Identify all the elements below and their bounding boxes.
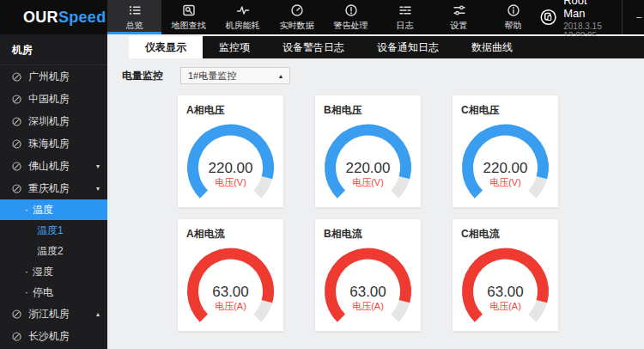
server-room-icon	[11, 183, 22, 194]
gauge-card-B相电流: B相电流 63.00 电压(A)	[315, 219, 421, 331]
gauge: 63.00 电压(A)	[453, 243, 558, 333]
gauge-track	[532, 302, 542, 319]
server-room-icon	[11, 331, 22, 342]
tab-设备警告日志[interactable]: 设备警告日志	[266, 36, 361, 58]
gauge-title: B相电压	[324, 103, 421, 118]
gauge-value: 220.00	[483, 160, 528, 176]
sidebar-item-珠海机房[interactable]: 珠海机房	[0, 132, 107, 155]
realtime-gauge-icon	[290, 3, 304, 17]
topbar: OURSpeed 总览 地图查找 机房能耗 实时数据 警告处理 日志	[0, 0, 644, 34]
gauge: 220.00 电压(V)	[178, 119, 283, 209]
sidebar-item-湿度[interactable]: · 湿度	[0, 261, 107, 282]
sidebar-item-深圳机房[interactable]: 深圳机房	[0, 110, 107, 132]
user-box: Root Man 2018.3.15 12:08:05	[540, 0, 611, 34]
energy-pulse-icon	[236, 3, 250, 17]
bullet-dot: ·	[25, 286, 28, 298]
server-room-icon	[11, 309, 22, 320]
top-nav-item-实时数据[interactable]: 实时数据	[270, 0, 324, 34]
sidebar-item-温度[interactable]: · 温度	[0, 199, 107, 220]
gauge-unit-label: 电压(A)	[352, 301, 384, 311]
monitor-section-label: 电量监控	[122, 69, 163, 83]
gauge: 220.00 电压(V)	[453, 119, 558, 209]
tab-监控项[interactable]: 监控项	[203, 36, 266, 58]
avatar[interactable]	[540, 4, 556, 30]
tab-bar: 仪表显示监控项设备警告日志设备通知日志数据曲线	[129, 36, 644, 58]
gauge-unit-label: 电压(V)	[215, 177, 246, 187]
gauge: 63.00 电压(A)	[315, 243, 421, 333]
overview-list-icon	[128, 3, 142, 17]
gauge-card-C相电流: C相电流 63.00 电压(A)	[453, 219, 558, 331]
sidebar-item-长沙机房[interactable]: 长沙机房	[0, 325, 107, 347]
sidebar-item-佛山机房[interactable]: 佛山机房 ▾	[0, 155, 107, 177]
server-room-icon	[11, 94, 22, 105]
gauge: 220.00 电压(V)	[315, 119, 421, 209]
gauge-card-C相电压: C相电压 220.00 电压(V)	[453, 95, 558, 207]
gauge-title: C相电流	[461, 227, 558, 242]
gauge-unit-label: 电压(V)	[489, 177, 521, 187]
gauge-title: C相电压	[461, 103, 558, 118]
sidebar-list: 广州机房 中国机房 深圳机房 珠海机房	[0, 65, 107, 349]
monitor-selector-dropdown[interactable]: 1#电量监控 ▴	[180, 67, 290, 84]
gauge-title: A相电流	[186, 227, 283, 242]
sidebar-item-广州机房[interactable]: 广州机房	[0, 65, 107, 88]
top-nav-item-机房能耗[interactable]: 机房能耗	[216, 0, 270, 34]
server-room-icon	[11, 71, 22, 83]
gauge-card-A相电压: A相电压 220.00 电压(V)	[178, 95, 283, 207]
server-room-icon	[11, 116, 22, 127]
top-nav-item-设置[interactable]: 设置	[432, 0, 486, 34]
sidebar-item-重庆机房[interactable]: 重庆机房 ▾	[0, 177, 107, 199]
gauge-value: 220.00	[346, 160, 391, 176]
settings-sliders-icon	[453, 3, 466, 17]
top-nav-item-总览[interactable]: 总览	[107, 0, 161, 34]
gauge: 63.00 电压(A)	[178, 243, 283, 333]
sidebar-item-温度1[interactable]: 温度1	[0, 220, 107, 241]
gauge-title: B相电流	[324, 227, 421, 242]
tab-数据曲线[interactable]: 数据曲线	[455, 36, 529, 58]
filter-row: 电量监控 1#电量监控 ▴	[122, 67, 644, 84]
minimize-button[interactable]: −	[636, 11, 643, 24]
chevron-up-icon: ▴	[96, 310, 100, 318]
top-nav-item-警告处理[interactable]: 警告处理	[324, 0, 378, 34]
gauge-value: 63.00	[212, 284, 249, 300]
bullet-dot: ·	[25, 266, 28, 278]
main-content: 仪表显示监控项设备警告日志设备通知日志数据曲线 电量监控 1#电量监控 ▴ A相…	[107, 34, 644, 349]
tab-设备通知日志[interactable]: 设备通知日志	[361, 36, 455, 58]
gauge-value: 220.00	[209, 160, 253, 176]
sidebar-item-温度2[interactable]: 温度2	[0, 241, 107, 261]
sidebar-item-浙江机房[interactable]: 浙江机房 ▴	[0, 303, 107, 325]
gauge-card-A相电流: A相电流 63.00 电压(A)	[178, 219, 283, 331]
gauge-track	[395, 178, 404, 195]
gauge-track	[532, 178, 542, 195]
sidebar-item-停电[interactable]: · 停电	[0, 282, 107, 303]
top-nav-item-地图查找[interactable]: 地图查找	[161, 0, 216, 34]
gauge-track	[395, 302, 404, 319]
chevron-up-icon: ▴	[279, 72, 283, 80]
gauge-unit-label: 电压(V)	[352, 177, 384, 187]
help-icon	[507, 3, 520, 17]
log-icon	[398, 3, 412, 17]
top-nav-item-帮助[interactable]: 帮助	[486, 0, 540, 34]
gauge-unit-label: 电压(A)	[215, 301, 246, 311]
sidebar-item-中国机房[interactable]: 中国机房	[0, 88, 107, 110]
top-nav-item-日志[interactable]: 日志	[378, 0, 432, 34]
chevron-down-icon: ▾	[96, 185, 100, 193]
user-name: Root Man	[563, 0, 611, 20]
bullet-dot: ·	[25, 204, 28, 216]
map-search-icon	[182, 3, 196, 17]
gauge-title: A相电压	[186, 103, 283, 118]
server-room-icon	[11, 138, 22, 150]
brand-part-our: OUR	[23, 9, 58, 27]
server-room-icon	[11, 161, 22, 172]
tab-仪表显示[interactable]: 仪表显示	[129, 36, 203, 58]
gauge-value: 63.00	[487, 284, 524, 300]
alert-icon	[344, 3, 358, 17]
brand-part-speed: Speed	[58, 9, 106, 27]
sidebar-header: 机房	[0, 34, 107, 65]
monitor-selector-value: 1#电量监控	[188, 70, 236, 83]
gauge-card-B相电压: B相电压 220.00 电压(V)	[315, 95, 421, 207]
chevron-down-icon: ▾	[96, 162, 100, 170]
gauge-track	[258, 178, 267, 195]
sidebar: 机房 广州机房 中国机房 深圳机房	[0, 34, 107, 349]
gauge-track	[258, 302, 267, 319]
gauge-grid: A相电压 220.00 电压(V) B相电压 220.00 电压(V) C相电压	[178, 95, 644, 331]
